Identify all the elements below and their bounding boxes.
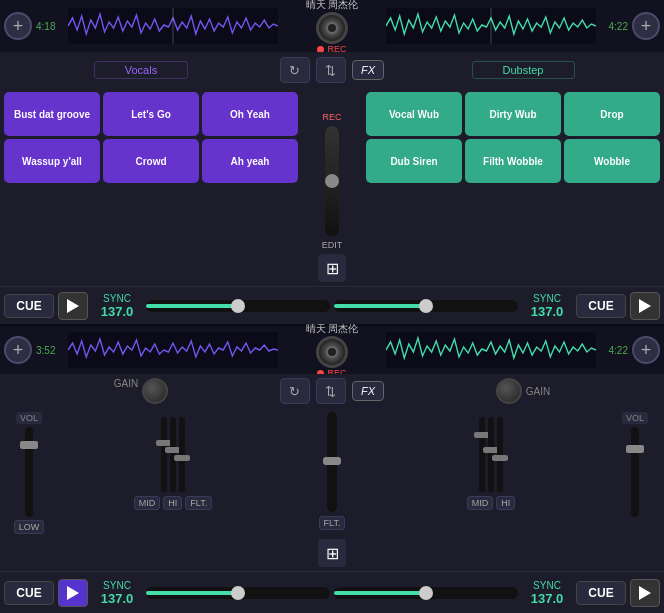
dj-logo-top: [316, 12, 348, 44]
eq-fader-right-3[interactable]: [497, 417, 503, 492]
edit-btn[interactable]: EDIT: [322, 240, 343, 250]
refresh-btn-top[interactable]: ↻: [280, 57, 310, 83]
hi-btn-right[interactable]: HI: [496, 496, 515, 510]
pads-left: Bust dat groove Let's Go Oh Yeah Wassup …: [4, 92, 298, 183]
sync-value-br: 137.0: [531, 591, 564, 606]
pad-right-5[interactable]: Wobble: [564, 139, 660, 183]
dj-logo-bottom: [316, 336, 348, 368]
fx-btn-top[interactable]: FX: [352, 60, 384, 80]
center-controls-top: REC EDIT ⊞: [302, 92, 362, 282]
eq-fader-right-1[interactable]: [479, 417, 485, 492]
play-btn-top-right[interactable]: [630, 292, 660, 320]
pitch-slider-bottom-left[interactable]: [146, 587, 330, 599]
main-fader[interactable]: [327, 412, 337, 512]
pitch-slider-top-left[interactable]: [146, 300, 330, 312]
eq-left: MID HI FLT.: [58, 412, 288, 567]
track-title-bottom-center: 晴天 周杰伦: [306, 322, 359, 336]
pad-right-1[interactable]: Dirty Wub: [465, 92, 561, 136]
pads-area-top: Bust dat groove Let's Go Oh Yeah Wassup …: [0, 88, 664, 286]
cue-btn-top-left[interactable]: CUE: [4, 294, 54, 318]
center-mixer: FLT. ⊞: [292, 412, 372, 567]
pads-label-right: Dubstep: [472, 61, 575, 79]
vol-label-right[interactable]: VOL: [622, 412, 648, 424]
low-btn-left[interactable]: LOW: [14, 520, 45, 534]
cue-btn-top-right[interactable]: CUE: [576, 294, 626, 318]
pad-right-3[interactable]: Dub Siren: [366, 139, 462, 183]
refresh-btn-bottom[interactable]: ↻: [280, 378, 310, 404]
controls-row-top: Vocals ↻ ⇅ FX Dubstep: [0, 52, 664, 88]
mid-btn-right[interactable]: MID: [467, 496, 494, 510]
play-btn-bottom-right[interactable]: [630, 579, 660, 607]
time-left-bottom: 3:52: [36, 345, 64, 356]
rec-btn[interactable]: REC: [322, 112, 341, 122]
time-right-bottom: 4:22: [600, 345, 628, 356]
pad-right-2[interactable]: Drop: [564, 92, 660, 136]
flt-btn-left[interactable]: FLT.: [185, 496, 212, 510]
gain-left-label: GAIN: [114, 378, 138, 404]
waveform-right-bottom: [386, 332, 596, 368]
mixer-controls-row: GAIN ↻ ⇅ FX GAIN: [0, 374, 664, 408]
add-track-right-top[interactable]: +: [632, 12, 660, 40]
sync-label-br[interactable]: SYNC: [533, 580, 561, 591]
sync-value-tl: 137.0: [101, 304, 134, 319]
eq-fader-left-1[interactable]: [161, 417, 167, 492]
pad-left-4[interactable]: Crowd: [103, 139, 199, 183]
hi-btn-left[interactable]: HI: [163, 496, 182, 510]
time-left-top: 4:18: [36, 21, 64, 32]
svg-rect-4: [68, 332, 278, 368]
sync-label-tr[interactable]: SYNC: [533, 293, 561, 304]
crossfader-vertical[interactable]: [325, 126, 339, 236]
mixer-main: VOL LOW: [0, 408, 664, 571]
eq-right: MID HI: [376, 412, 606, 567]
vol-label-left[interactable]: VOL: [16, 412, 42, 424]
cue-btn-bottom-left[interactable]: CUE: [4, 581, 54, 605]
grid-icon-bottom[interactable]: ⊞: [318, 539, 346, 567]
pad-left-3[interactable]: Wassup y'all: [4, 139, 100, 183]
pitch-slider-bottom-right[interactable]: [334, 587, 518, 599]
pad-left-1[interactable]: Let's Go: [103, 92, 199, 136]
flt-center[interactable]: FLT.: [319, 516, 346, 530]
center-top-info: 晴天 周杰伦 REC: [282, 0, 382, 54]
pad-left-0[interactable]: Bust dat groove: [4, 92, 100, 136]
fx-btn-bottom[interactable]: FX: [352, 381, 384, 401]
sync-group-top-right: SYNC 137.0: [522, 293, 572, 319]
gain-knob-right[interactable]: [496, 378, 522, 404]
eq-btn-top[interactable]: ⇅: [316, 57, 346, 83]
sync-label-tl[interactable]: SYNC: [103, 293, 131, 304]
mid-btn-left[interactable]: MID: [134, 496, 161, 510]
add-track-left-bottom[interactable]: +: [4, 336, 32, 364]
pitch-slider-top-right[interactable]: [334, 300, 518, 312]
play-btn-bottom-left[interactable]: [58, 579, 88, 607]
gain-right-label: GAIN: [526, 386, 550, 397]
pad-right-0[interactable]: Vocal Wub: [366, 92, 462, 136]
cue-sync-row-top: CUE SYNC 137.0 SYNC 137.0 CUE: [0, 286, 664, 324]
eq-fader-left-3[interactable]: [179, 417, 185, 492]
grid-icon-btn[interactable]: ⊞: [318, 254, 346, 282]
sync-group-bottom-left: SYNC 137.0: [92, 580, 142, 606]
channel-strip-left: VOL LOW: [4, 412, 54, 567]
pad-left-5[interactable]: Ah yeah: [202, 139, 298, 183]
channel-strip-right: VOL: [610, 412, 660, 567]
pads-right: Vocal Wub Dirty Wub Drop Dub Siren Filth…: [366, 92, 660, 183]
waveform-left-bottom: [68, 332, 278, 368]
eq-btn-bottom[interactable]: ⇅: [316, 378, 346, 404]
pads-label-left: Vocals: [94, 61, 188, 79]
add-track-left-top[interactable]: +: [4, 12, 32, 40]
sync-group-top-left: SYNC 137.0: [92, 293, 142, 319]
gain-knob-left[interactable]: [142, 378, 168, 404]
sync-label-bl[interactable]: SYNC: [103, 580, 131, 591]
play-btn-top-left[interactable]: [58, 292, 88, 320]
waveform-right-top: [386, 8, 596, 44]
track-title-top-center: 晴天 周杰伦: [306, 0, 359, 12]
time-right-top: 4:22: [600, 21, 628, 32]
cue-sync-row-bottom: CUE SYNC 137.0 SYNC 137.0 CUE: [0, 571, 664, 613]
sync-value-tr: 137.0: [531, 304, 564, 319]
add-track-right-bottom[interactable]: +: [632, 336, 660, 364]
vol-fader-left[interactable]: [25, 427, 33, 517]
waveform-row-bottom: + 3:52 晴天 周杰伦 REC: [0, 326, 664, 374]
pad-left-2[interactable]: Oh Yeah: [202, 92, 298, 136]
vol-fader-right[interactable]: [631, 427, 639, 517]
sync-group-bottom-right: SYNC 137.0: [522, 580, 572, 606]
pad-right-4[interactable]: Filth Wobble: [465, 139, 561, 183]
cue-btn-bottom-right[interactable]: CUE: [576, 581, 626, 605]
